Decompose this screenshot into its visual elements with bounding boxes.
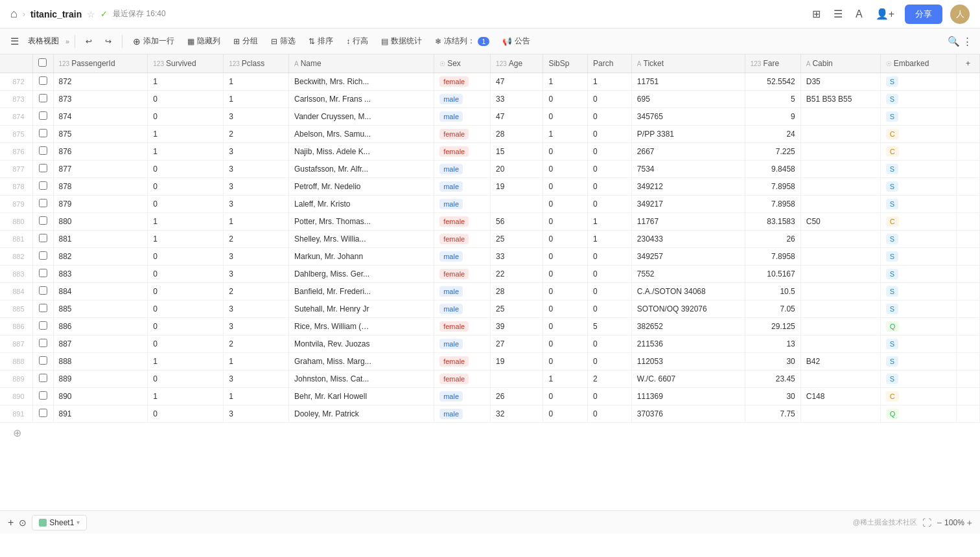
cell-sibsp[interactable]: 0 (543, 91, 588, 108)
row-checkbox[interactable] (39, 251, 47, 260)
cell-sex[interactable]: female (434, 126, 491, 143)
cell-passengerid[interactable]: 883 (53, 266, 148, 283)
cell-ticket[interactable]: 349257 (631, 248, 745, 266)
filter-button[interactable]: ⊟ 筛选 (266, 33, 301, 49)
row-checkbox-cell[interactable] (32, 231, 53, 248)
col-header-age[interactable]: 123Age (491, 54, 543, 73)
add-row-bottom-button[interactable]: ⊕ (8, 425, 27, 441)
cell-sibsp[interactable]: 0 (543, 178, 588, 196)
cell-ticket[interactable]: 111369 (631, 388, 745, 405)
cell-cabin[interactable] (800, 196, 880, 213)
cell-parch[interactable]: 0 (588, 301, 632, 318)
cell-sibsp[interactable]: 0 (543, 405, 588, 423)
cell-parch[interactable]: 0 (588, 108, 632, 126)
cell-sex[interactable]: male (434, 196, 491, 213)
cell-cabin[interactable] (800, 126, 880, 143)
cell-cabin[interactable]: C148 (800, 388, 880, 405)
cell-passengerid[interactable]: 878 (53, 178, 148, 196)
cell-name[interactable]: Banfield, Mr. Frederi... (289, 283, 434, 301)
cell-pclass[interactable]: 3 (224, 318, 289, 335)
cell-passengerid[interactable]: 874 (53, 108, 148, 126)
cell-age[interactable]: 32 (491, 405, 543, 423)
cell-ticket[interactable]: 345765 (631, 108, 745, 126)
cell-pclass[interactable]: 3 (224, 301, 289, 318)
cell-survived[interactable]: 0 (148, 161, 224, 178)
hide-column-button[interactable]: ▦ 隐藏列 (182, 33, 226, 49)
row-checkbox-cell[interactable] (32, 266, 53, 283)
row-checkbox[interactable] (39, 181, 47, 190)
row-checkbox-cell[interactable] (32, 388, 53, 405)
row-checkbox[interactable] (39, 146, 47, 155)
cell-fare[interactable]: 7.05 (745, 301, 800, 318)
row-checkbox[interactable] (39, 374, 47, 382)
stats-button[interactable]: ▤ 数据统计 (376, 33, 427, 49)
cell-survived[interactable]: 0 (148, 248, 224, 266)
cell-name[interactable]: Najib, Miss. Adele K... (289, 143, 434, 161)
cell-pclass[interactable]: 1 (224, 388, 289, 405)
cell-pclass[interactable]: 1 (224, 73, 289, 91)
cell-cabin[interactable] (800, 405, 880, 423)
cell-passengerid[interactable]: 880 (53, 213, 148, 231)
cell-fare[interactable]: 9.8458 (745, 161, 800, 178)
cell-survived[interactable]: 0 (148, 108, 224, 126)
cell-pclass[interactable]: 3 (224, 178, 289, 196)
cell-embarked[interactable]: S (880, 73, 956, 91)
cell-survived[interactable]: 1 (148, 231, 224, 248)
search-icon[interactable]: 🔍 (948, 36, 960, 47)
cell-age[interactable]: 56 (491, 213, 543, 231)
cell-cabin[interactable]: D35 (800, 73, 880, 91)
cell-pclass[interactable]: 3 (224, 143, 289, 161)
expand-icon[interactable]: » (65, 38, 69, 45)
cell-passengerid[interactable]: 882 (53, 248, 148, 266)
cell-passengerid[interactable]: 891 (53, 405, 148, 423)
cell-parch[interactable]: 1 (588, 231, 632, 248)
cell-sibsp[interactable]: 1 (543, 126, 588, 143)
cell-embarked[interactable]: S (880, 353, 956, 370)
cell-pclass[interactable]: 3 (224, 266, 289, 283)
cell-survived[interactable]: 1 (148, 353, 224, 370)
row-checkbox-cell[interactable] (32, 91, 53, 108)
row-checkbox-cell[interactable] (32, 196, 53, 213)
cell-fare[interactable]: 23.45 (745, 370, 800, 388)
cell-sex[interactable]: female (434, 353, 491, 370)
cell-survived[interactable]: 1 (148, 73, 224, 91)
cell-survived[interactable]: 0 (148, 91, 224, 108)
cell-pclass[interactable]: 1 (224, 213, 289, 231)
fullscreen-icon[interactable]: ⛶ (922, 517, 931, 528)
add-sheet-icon[interactable]: + (8, 517, 14, 529)
cell-age[interactable]: 28 (491, 283, 543, 301)
cell-fare[interactable]: 10.5167 (745, 266, 800, 283)
cell-survived[interactable]: 1 (148, 143, 224, 161)
cell-pclass[interactable]: 3 (224, 196, 289, 213)
row-checkbox-cell[interactable] (32, 143, 53, 161)
cell-ticket[interactable]: 211536 (631, 335, 745, 353)
cell-passengerid[interactable]: 873 (53, 91, 148, 108)
cell-sex[interactable]: female (434, 266, 491, 283)
sort-button[interactable]: ⇅ 排序 (303, 33, 338, 49)
home-icon[interactable]: ⌂ (10, 7, 18, 21)
cell-parch[interactable]: 2 (588, 370, 632, 388)
more-icon[interactable]: ⋮ (962, 36, 972, 47)
cell-fare[interactable]: 30 (745, 388, 800, 405)
cell-sex[interactable]: male (434, 178, 491, 196)
cell-cabin[interactable] (800, 370, 880, 388)
col-header-checkbox[interactable] (32, 54, 53, 73)
cell-fare[interactable]: 10.5 (745, 283, 800, 301)
cell-parch[interactable]: 0 (588, 266, 632, 283)
cell-embarked[interactable]: S (880, 301, 956, 318)
cell-embarked[interactable]: S (880, 266, 956, 283)
cell-survived[interactable]: 1 (148, 388, 224, 405)
cell-parch[interactable]: 0 (588, 126, 632, 143)
cell-sibsp[interactable]: 1 (543, 73, 588, 91)
row-checkbox-cell[interactable] (32, 178, 53, 196)
col-header-name[interactable]: AName (289, 54, 434, 73)
row-checkbox-cell[interactable] (32, 248, 53, 266)
row-checkbox-cell[interactable] (32, 301, 53, 318)
cell-pclass[interactable]: 3 (224, 161, 289, 178)
cell-parch[interactable]: 0 (588, 196, 632, 213)
cell-survived[interactable]: 0 (148, 283, 224, 301)
cell-sex[interactable]: male (434, 335, 491, 353)
cell-name[interactable]: Johnston, Miss. Cat... (289, 370, 434, 388)
cell-name[interactable]: Carlsson, Mr. Frans ... (289, 91, 434, 108)
cell-parch[interactable]: 0 (588, 143, 632, 161)
